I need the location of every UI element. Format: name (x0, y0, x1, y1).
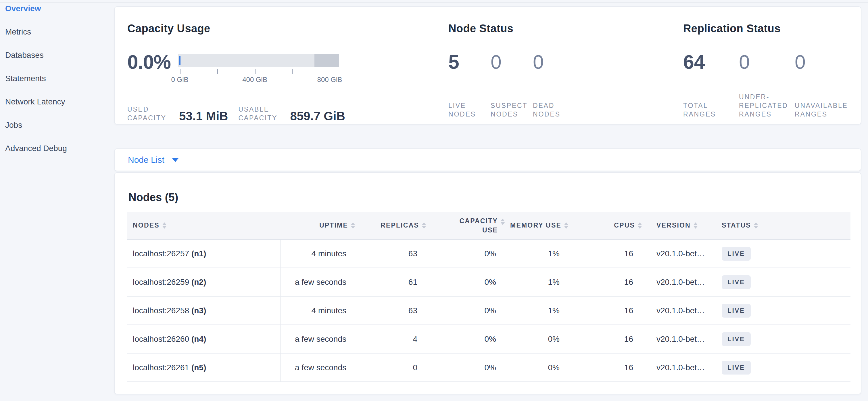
capacity-percent-value: 0.0% (127, 53, 178, 71)
sidebar-item-label: Network Latency (5, 97, 65, 107)
table-row: localhost:26257 (n1) 4 minutes 63 0% 1% … (127, 239, 850, 268)
uptime-cell: 4 minutes (280, 296, 346, 325)
status-badge: LIVE (722, 275, 751, 289)
table-header-row: NODES UPTIME REPLICAS CAPACITY USE MEMOR… (127, 212, 850, 239)
col-header-status[interactable]: STATUS (714, 212, 850, 239)
version-cell: v20.1.0-bet… (633, 353, 714, 382)
sidebar-item-label: Statements (5, 74, 46, 84)
memory-use-cell: 1% (496, 239, 560, 268)
cluster-summary-card: Capacity Usage 0.0% (114, 6, 861, 124)
capacity-use-cell: 0% (417, 239, 496, 268)
col-header-memory-use[interactable]: MEMORY USE (496, 212, 560, 239)
sidebar-item-label: Jobs (5, 120, 22, 130)
table-row: localhost:26260 (n4) a few seconds 4 0% … (127, 325, 850, 353)
col-header-nodes[interactable]: NODES (127, 212, 280, 239)
col-header-uptime[interactable]: UPTIME (280, 212, 346, 239)
node-id: (n5) (191, 363, 206, 372)
live-nodes-stat: 5 LIVE NODES (448, 53, 491, 118)
status-badge: LIVE (722, 332, 751, 346)
memory-use-cell: 1% (496, 268, 560, 296)
table-row: localhost:26259 (n2) a few seconds 61 0%… (127, 268, 850, 296)
sidebar-item-advanced-debug[interactable]: Advanced Debug (0, 143, 113, 167)
capacity-use-cell: 0% (417, 353, 496, 382)
node-address-link[interactable]: localhost:26259 (133, 278, 189, 287)
axis-label-400gib: 400 GiB (242, 76, 267, 84)
usable-capacity-label: USABLE CAPACITY (238, 105, 281, 122)
replication-status-section: Replication Status 64 TOTAL RANGES 0 UND… (683, 22, 858, 118)
axis-label-800gib: 800 GiB (317, 76, 342, 84)
version-cell: v20.1.0-bet… (633, 325, 714, 353)
live-nodes-label: LIVE NODES (448, 101, 491, 118)
dead-nodes-label: DEAD NODES (533, 101, 575, 118)
capacity-use-cell: 0% (417, 325, 496, 353)
col-header-version[interactable]: VERSION (633, 212, 714, 239)
node-list-dropdown-label: Node List (128, 155, 164, 165)
replicas-cell: 4 (346, 325, 417, 353)
node-address-link[interactable]: localhost:26258 (133, 306, 189, 315)
node-address-link[interactable]: localhost:26261 (133, 363, 189, 372)
uptime-cell: 4 minutes (280, 239, 346, 268)
uptime-cell: a few seconds (280, 353, 346, 382)
cpus-cell: 16 (560, 296, 633, 325)
replicas-cell: 0 (346, 353, 417, 382)
memory-use-cell: 1% (496, 296, 560, 325)
col-header-replicas[interactable]: REPLICAS (346, 212, 417, 239)
uptime-cell: a few seconds (280, 325, 346, 353)
node-list-card: Node List (114, 148, 861, 171)
node-status-stats: 5 LIVE NODES 0 SUSPECT NODES 0 DEAD NODE… (448, 53, 575, 118)
axis-tick (292, 69, 292, 74)
sidebar-item-network-latency[interactable]: Network Latency (0, 97, 113, 120)
live-nodes-value: 5 (448, 53, 491, 71)
capacity-axis-labels: 0 GiB 400 GiB 800 GiB (178, 76, 339, 84)
version-cell: v20.1.0-bet… (633, 268, 714, 296)
capacity-use-cell: 0% (417, 268, 496, 296)
node-id: (n1) (191, 249, 206, 258)
nodes-table-title: Nodes (5) (128, 191, 861, 204)
node-address-link[interactable]: localhost:26257 (133, 249, 189, 258)
cpus-cell: 16 (560, 325, 633, 353)
unavailable-ranges-label: UNAVAILABLE RANGES (795, 101, 857, 118)
axis-tick (255, 69, 255, 74)
status-badge: LIVE (722, 247, 751, 261)
axis-tick (217, 69, 218, 74)
node-list-dropdown[interactable]: Node List (115, 155, 179, 165)
under-replicated-ranges-label: UNDER-REPLICATED RANGES (739, 93, 795, 118)
sidebar-item-databases[interactable]: Databases (0, 50, 113, 74)
suspect-nodes-label: SUSPECT NODES (491, 101, 533, 118)
capacity-bar-reserved-segment (314, 54, 339, 67)
suspect-nodes-value: 0 (491, 53, 533, 71)
sidebar-item-label: Overview (5, 3, 41, 14)
sidebar-item-metrics[interactable]: Metrics (0, 27, 113, 50)
version-cell: v20.1.0-bet… (633, 239, 714, 268)
col-header-capacity-use[interactable]: CAPACITY USE (417, 212, 496, 239)
replicas-cell: 63 (346, 296, 417, 325)
sidebar-item-label: Databases (5, 50, 44, 60)
total-ranges-label: TOTAL RANGES (683, 101, 726, 118)
used-capacity-value: 53.1 MiB (179, 110, 228, 122)
dead-nodes-value: 0 (533, 53, 575, 71)
cpus-cell: 16 (560, 353, 633, 382)
cpus-cell: 16 (560, 239, 633, 268)
total-ranges-value: 64 (683, 53, 739, 71)
under-replicated-ranges-stat: 0 UNDER-REPLICATED RANGES (739, 53, 795, 118)
axis-label-0gib: 0 GiB (171, 76, 189, 84)
capacity-use-cell: 0% (417, 296, 496, 325)
unavailable-ranges-value: 0 (795, 53, 858, 71)
sidebar-item-label: Advanced Debug (5, 143, 67, 153)
node-id: (n2) (191, 278, 206, 287)
used-capacity-label: USED CAPACITY (127, 105, 170, 122)
version-cell: v20.1.0-bet… (633, 296, 714, 325)
sidebar-item-overview[interactable]: Overview (0, 3, 113, 27)
sidebar-item-jobs[interactable]: Jobs (0, 120, 113, 143)
capacity-bar-used-marker (179, 56, 181, 65)
col-header-cpus[interactable]: CPUS (560, 212, 633, 239)
capacity-bar-track (178, 54, 339, 67)
under-replicated-ranges-value: 0 (739, 53, 795, 71)
node-status-title: Node Status (448, 22, 575, 35)
capacity-gauge: 0.0% 0 GiB 400 GiB (127, 53, 345, 84)
suspect-nodes-stat: 0 SUSPECT NODES (491, 53, 533, 118)
node-address-link[interactable]: localhost:26260 (133, 335, 189, 343)
status-badge: LIVE (722, 361, 751, 375)
sidebar-item-statements[interactable]: Statements (0, 74, 113, 97)
memory-use-cell: 0% (496, 353, 560, 382)
